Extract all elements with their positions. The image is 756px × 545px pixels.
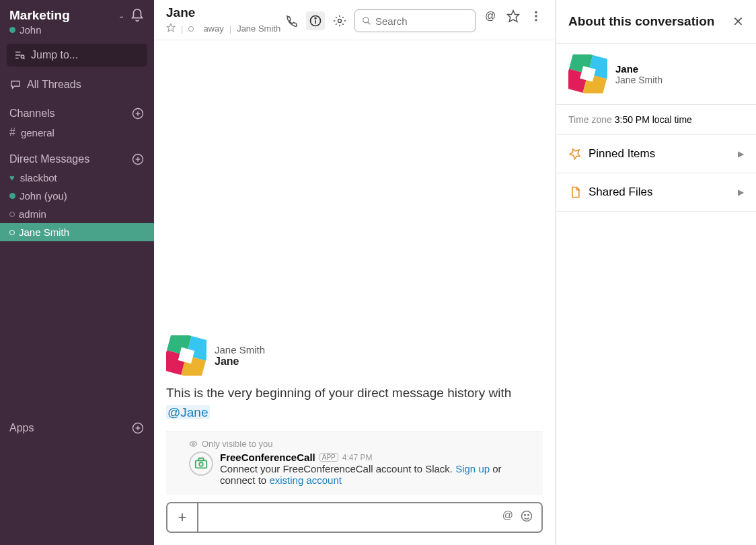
chevron-right-icon: ▶ [738, 149, 744, 159]
plus-circle-icon[interactable] [131, 421, 145, 435]
message-time: 4:47 PM [342, 453, 373, 462]
presence-dot-icon [9, 193, 15, 199]
timezone-row: Time zone 3:50 PM local time [556, 105, 756, 135]
full-name: Jane Smith [237, 24, 280, 34]
svg-line-4 [24, 58, 25, 60]
svg-point-24 [535, 19, 537, 21]
svg-rect-34 [198, 458, 203, 461]
svg-marker-14 [167, 24, 175, 32]
presence-dot-icon [9, 27, 15, 33]
svg-point-22 [535, 11, 537, 13]
bell-icon[interactable] [130, 8, 145, 23]
info-icon[interactable] [306, 11, 325, 30]
search-icon [362, 15, 371, 26]
svg-point-33 [199, 462, 203, 466]
dm-name: John (you) [20, 190, 67, 202]
svg-point-37 [528, 515, 529, 516]
tz-label: Time zone [568, 114, 615, 125]
chat-body: Jane Smith Jane This is the very beginni… [154, 40, 555, 495]
existing-account-link[interactable]: existing account [269, 474, 342, 486]
dm-name: slackbot [20, 172, 57, 183]
current-user: John [20, 24, 42, 36]
panel-profile: Jane Jane Smith [556, 44, 756, 105]
conversation-title: Jane [166, 5, 285, 20]
svg-point-36 [525, 515, 526, 516]
message-body: Connect your FreeConferenceCall account … [220, 463, 532, 486]
channel-item-general[interactable]: # general [0, 123, 154, 142]
gear-icon[interactable] [333, 14, 346, 28]
workspace-user[interactable]: John [0, 24, 154, 44]
pin-icon [568, 147, 582, 161]
more-icon[interactable] [529, 9, 543, 23]
threads-icon [9, 79, 22, 91]
intro-block: Jane Smith Jane [166, 335, 543, 376]
attach-button[interactable]: + [167, 503, 198, 532]
dm-header[interactable]: Direct Messages [0, 142, 154, 169]
svg-point-3 [21, 55, 24, 58]
message-composer[interactable]: + @ [166, 502, 543, 533]
star-icon[interactable] [506, 9, 520, 23]
shared-files[interactable]: Shared Files ▶ [556, 173, 756, 212]
app-avatar [189, 452, 213, 476]
dm-name: admin [19, 208, 46, 220]
channels-label: Channels [9, 108, 131, 120]
jump-to[interactable]: Jump to... [7, 44, 147, 67]
avatar [166, 335, 206, 376]
profile-name: Jane [615, 63, 663, 75]
channels-header[interactable]: Channels [0, 96, 154, 123]
svg-point-35 [522, 511, 532, 521]
jump-label: Jump to... [31, 49, 78, 61]
close-icon[interactable]: ✕ [732, 13, 744, 30]
mention-icon[interactable]: @ [484, 9, 497, 23]
plus-circle-icon[interactable] [131, 153, 145, 166]
pinned-items[interactable]: Pinned Items ▶ [556, 135, 756, 173]
dm-item-self[interactable]: John (you) [0, 187, 154, 205]
main-area: Jane | away | Jane Smith @ [154, 0, 556, 545]
search-box[interactable] [354, 9, 476, 32]
svg-marker-21 [508, 11, 519, 22]
app-name: FreeConferenceCall [220, 452, 315, 463]
tz-value: 3:50 PM local time [615, 114, 692, 125]
intro-fullname: Jane Smith [215, 344, 265, 355]
mention-link[interactable]: @Jane [166, 405, 210, 419]
chat-header: Jane | away | Jane Smith @ [154, 0, 555, 40]
presence-status: away [203, 24, 223, 34]
profile-fullname: Jane Smith [615, 75, 663, 85]
workspace-header[interactable]: Marketing ⌄ [0, 0, 154, 24]
chevron-right-icon: ▶ [738, 187, 744, 197]
svg-point-18 [338, 19, 342, 23]
intro-handle: Jane [215, 355, 265, 368]
visibility-note: Only visible to you [189, 439, 532, 449]
phone-icon[interactable] [285, 14, 298, 28]
emoji-icon[interactable] [520, 509, 533, 526]
file-icon [568, 185, 582, 199]
signup-link[interactable]: Sign up [455, 463, 490, 474]
svg-rect-32 [196, 460, 207, 468]
presence-dot-icon [9, 212, 15, 217]
chevron-down-icon: ⌄ [118, 11, 124, 20]
presence-dot-icon [188, 26, 194, 32]
svg-point-23 [535, 15, 537, 17]
dm-item-jane[interactable]: Jane Smith [0, 223, 154, 241]
dm-item-admin[interactable]: admin [0, 205, 154, 223]
avatar [568, 54, 607, 93]
all-threads[interactable]: All Threads [0, 73, 154, 96]
sidebar: Marketing ⌄ John Jump to... All Threads … [0, 0, 154, 545]
plus-circle-icon[interactable] [131, 107, 145, 120]
system-message: Only visible to you FreeConferenceCall A… [166, 431, 543, 495]
apps-header[interactable]: Apps [0, 411, 154, 437]
svg-point-17 [315, 17, 316, 19]
mention-icon[interactable]: @ [502, 509, 513, 526]
heart-icon: ♥ [9, 173, 15, 183]
shared-label: Shared Files [589, 185, 738, 199]
channel-name: general [21, 127, 54, 138]
dm-label: Direct Messages [9, 153, 131, 165]
hash-icon: # [9, 126, 15, 138]
star-icon[interactable] [166, 23, 176, 34]
dm-item-slackbot[interactable]: ♥ slackbot [0, 169, 154, 187]
pinned-label: Pinned Items [589, 147, 738, 161]
presence-dot-icon [9, 230, 15, 235]
dm-name: Jane Smith [19, 226, 69, 238]
eye-icon [189, 439, 198, 448]
search-input[interactable] [375, 15, 468, 27]
